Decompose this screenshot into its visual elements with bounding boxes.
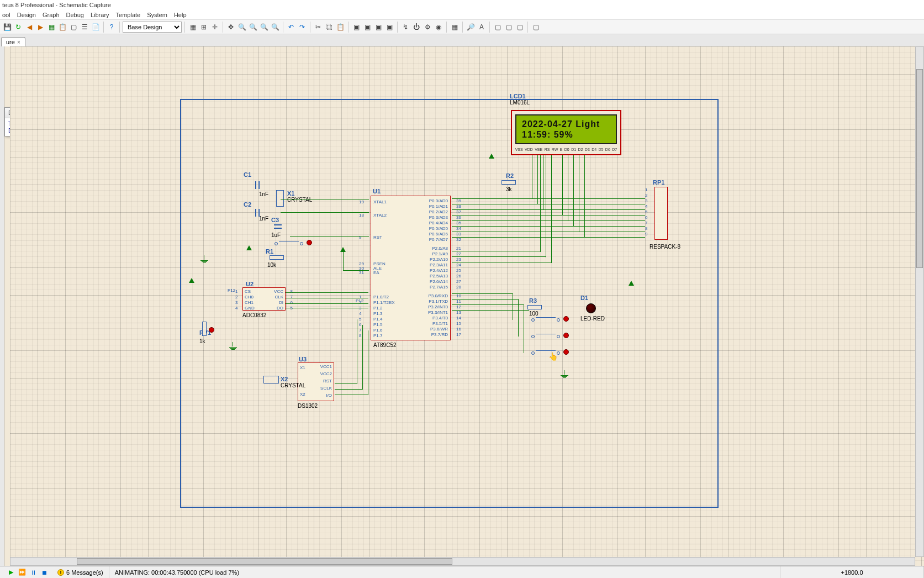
tool-block4-icon[interactable]: ▣ (384, 22, 394, 32)
menu-graph[interactable]: Graph (43, 12, 60, 18)
d1-led[interactable] (586, 303, 596, 313)
tool-grid2-icon[interactable]: ⊞ (199, 22, 209, 32)
u2-chip[interactable]: 1CS2CH03CH14GND8VCC7CLK6DI5DO (242, 287, 286, 311)
tool-text-icon[interactable]: A (477, 22, 487, 32)
rv1-wiper-icon[interactable] (209, 327, 214, 333)
vcc-arrow (489, 154, 494, 159)
tool-paste-icon[interactable]: 📋 (335, 22, 345, 32)
wire (537, 155, 538, 204)
menu-system[interactable]: System (147, 12, 167, 18)
rv1-pot[interactable] (202, 322, 207, 336)
lcd-line1: 2022-04-27 Light (522, 119, 610, 129)
design-mode-select[interactable]: Base Design (123, 22, 182, 33)
tool-back-icon[interactable]: ◀ (24, 22, 34, 32)
tool-block1-icon[interactable]: ▣ (351, 22, 361, 32)
rv1-val: 1k (199, 338, 205, 344)
tool-refresh-icon[interactable]: ↻ (13, 22, 23, 32)
u1-chip[interactable]: 19XTAL118XTAL29RST29PSEN30ALE31EA1P1.0/T… (371, 196, 451, 340)
sim-pause-icon[interactable]: ⏸ (29, 569, 38, 576)
vcc-arrow (189, 278, 194, 283)
tool-zoomarea-icon[interactable]: 🔍 (270, 22, 280, 32)
c3-cap[interactable] (274, 224, 282, 225)
status-bar: ▶ ⏩ ⏸ ⏹ ! 6 Message(s) ANIMATING: 00:00:… (0, 566, 924, 578)
sim-stop-icon[interactable]: ⏹ (40, 569, 49, 576)
tab-close-icon[interactable]: × (17, 39, 20, 45)
tool-pan-icon[interactable]: ✥ (226, 22, 236, 32)
menu-library[interactable]: Library (91, 12, 109, 18)
c1-ref: C1 (244, 171, 251, 178)
c2-cap[interactable] (255, 209, 256, 217)
c2-val: 1nF (259, 216, 268, 222)
tool-redo-icon[interactable]: ↷ (297, 22, 307, 32)
sim-step-icon[interactable]: ⏩ (18, 569, 27, 576)
tool-zoomout-icon[interactable]: 🔍 (248, 22, 258, 32)
tool-origin-icon[interactable]: ✛ (210, 22, 220, 32)
wire (532, 155, 532, 198)
tool-help-icon[interactable]: ? (107, 22, 117, 32)
tool-wire-icon[interactable]: ↯ (400, 22, 410, 32)
tool-report-icon[interactable]: 📋 (57, 22, 67, 32)
r3-resistor[interactable] (527, 305, 542, 309)
tool-fwd-icon[interactable]: ▶ (35, 22, 45, 32)
sw-button-1[interactable] (529, 316, 562, 324)
menu-debug[interactable]: Debug (66, 12, 84, 18)
tool-zoomin-icon[interactable]: 🔍 (237, 22, 247, 32)
menu-template[interactable]: Template (116, 12, 141, 18)
menu-design[interactable]: Design (17, 12, 36, 18)
r1-resistor[interactable] (270, 255, 284, 260)
tool-exp3-icon[interactable]: ▢ (515, 22, 525, 32)
wire (286, 292, 368, 293)
tool-save-icon[interactable]: 💾 (2, 22, 12, 32)
menu-help[interactable]: Help (174, 12, 187, 18)
tool-pkg-icon[interactable]: ▦ (450, 22, 460, 32)
tool-block3-icon[interactable]: ▣ (373, 22, 383, 32)
sw-button-3[interactable] (529, 349, 562, 357)
toolbar-separator (223, 22, 223, 33)
tool-device-icon[interactable]: ⚙ (423, 22, 432, 32)
wire (452, 251, 540, 251)
tool-zoom1-icon[interactable]: ▦ (46, 22, 56, 32)
tool-power-icon[interactable]: ⏻ (411, 22, 421, 32)
x2-crystal[interactable] (263, 376, 279, 383)
r2-resistor[interactable] (501, 180, 516, 185)
tool-exp1-icon[interactable]: ▢ (493, 22, 503, 32)
tool-doc-icon[interactable]: 📄 (91, 22, 101, 32)
lcd-component[interactable]: 2022-04-27 Light 11:59: 59% VSSVDDVEE RS… (511, 110, 621, 155)
x2-val: CRYSTAL (281, 382, 305, 388)
tool-exp2-icon[interactable]: ▢ (504, 22, 514, 32)
r1-ref: R1 (266, 248, 273, 255)
tool-cut-icon[interactable]: ✂ (313, 22, 323, 32)
wire (452, 232, 645, 232)
tool-block2-icon[interactable]: ▣ (362, 22, 372, 32)
reset-button[interactable] (272, 240, 305, 248)
wire (452, 226, 645, 227)
sw-button-2[interactable] (529, 333, 562, 340)
menu-tool[interactable]: ool (2, 12, 10, 18)
d1-ref: D1 (580, 295, 588, 301)
tool-search-icon[interactable]: 🔎 (466, 22, 476, 32)
vertical-scrollbar[interactable] (915, 46, 924, 557)
wire (357, 319, 357, 384)
lcd1-ref: LCD1 (510, 93, 530, 99)
wire (452, 204, 645, 204)
x1-crystal[interactable] (276, 190, 284, 207)
schematic-canvas[interactable]: LCD1 LM016L 2022-04-27 Light 11:59: 59% … (10, 46, 924, 566)
wire (335, 389, 362, 390)
rp1-respack[interactable]: 123456789 (654, 187, 668, 240)
tool-probe-icon[interactable]: ◉ (434, 22, 443, 32)
r3-ref: R3 (529, 297, 537, 304)
wire (452, 237, 645, 238)
tool-undo-icon[interactable]: ↶ (286, 22, 296, 32)
tool-zoomfit-icon[interactable]: 🔍 (259, 22, 269, 32)
sim-play-icon[interactable]: ▶ (7, 569, 15, 576)
schematic-tab[interactable]: ure × (1, 37, 25, 46)
status-messages[interactable]: ! 6 Message(s) (52, 566, 109, 578)
tool-copy-icon[interactable]: ⿻ (324, 22, 334, 32)
wire (513, 293, 513, 320)
tool-grid1-icon[interactable]: ▦ (188, 22, 198, 32)
tool-exp4-icon[interactable]: ▢ (531, 22, 541, 32)
tool-sheet-icon[interactable]: ▢ (68, 22, 78, 32)
tool-list-icon[interactable]: ☰ (80, 22, 89, 32)
c1-cap[interactable] (255, 181, 256, 189)
horizontal-scrollbar[interactable] (10, 557, 915, 566)
